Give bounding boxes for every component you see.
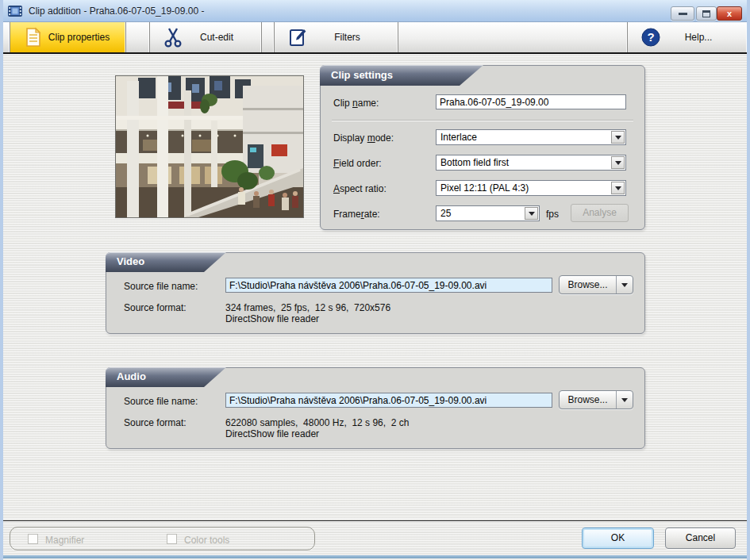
analyse-button[interactable]: Analyse <box>571 204 629 222</box>
video-source-format-value: 324 frames, 25 fps, 12 s 96, 720x576 <box>225 302 390 313</box>
main-area: Clip settings Clip name: Display mode: I… <box>3 54 747 520</box>
toolbar-spacer <box>126 22 150 52</box>
clip-preview-frame <box>115 75 304 218</box>
toolbar-spacer <box>398 22 628 52</box>
clip-settings-panel: Clip settings Clip name: Display mode: I… <box>320 65 645 230</box>
tab-label: Cut-edit <box>183 32 261 43</box>
video-source-reader-value: DirectShow file reader <box>225 313 319 324</box>
color-tools-label: Color tools <box>184 535 229 546</box>
field-order-label: Field order: <box>333 158 382 169</box>
tab-help[interactable]: ? Help... <box>628 22 747 52</box>
audio-browse-button[interactable]: Browse... <box>559 390 633 409</box>
video-source-format-label: Source format: <box>124 302 187 313</box>
close-button[interactable]: x <box>717 6 742 21</box>
chevron-down-icon[interactable] <box>616 276 633 293</box>
view-tools-group: Magnifier Color tools <box>10 527 315 550</box>
minimize-button[interactable] <box>671 6 694 21</box>
film-clip-icon <box>7 4 23 18</box>
clip-preview-image <box>116 76 303 217</box>
color-tools-checkbox[interactable] <box>167 534 177 544</box>
tab-label: Filters <box>308 32 398 43</box>
field-order-select[interactable]: Bottom field first <box>436 155 626 171</box>
titlebar: Clip addition - Praha.06-07-05_19-09.00 … <box>3 0 747 22</box>
audio-panel: Audio Source file name: Browse... Source… <box>106 367 645 449</box>
chevron-down-icon[interactable] <box>611 182 625 194</box>
video-panel: Video Source file name: Browse... Source… <box>106 252 645 334</box>
chevron-down-icon[interactable] <box>611 156 625 169</box>
clip-settings-header: Clip settings <box>320 65 483 86</box>
video-browse-button[interactable]: Browse... <box>559 275 633 294</box>
toolbar: Clip properties Cut-edit Filters <box>3 22 747 54</box>
close-icon: x <box>727 9 732 18</box>
toolbar-spacer <box>262 22 275 52</box>
field-order-value: Bottom field first <box>440 157 509 168</box>
aspect-ratio-value: Pixel 12:11 (PAL 4:3) <box>440 182 529 194</box>
video-source-file-input[interactable] <box>225 278 552 293</box>
tab-clip-properties[interactable]: Clip properties <box>10 22 126 52</box>
chevron-down-icon[interactable] <box>616 391 633 408</box>
audio-source-reader-value: DirectShow file reader <box>225 428 319 439</box>
minimize-icon <box>679 13 687 15</box>
question-icon: ? <box>640 26 661 48</box>
framerate-unit-label: fps <box>546 209 559 220</box>
browse-button-label[interactable]: Browse... <box>560 391 616 408</box>
display-mode-select[interactable]: Interlace <box>436 129 626 145</box>
maximize-icon <box>702 10 710 17</box>
audio-source-file-input[interactable] <box>225 393 552 408</box>
audio-source-format-label: Source format: <box>124 417 187 428</box>
tab-label: Clip properties <box>44 32 125 43</box>
ok-button[interactable]: OK <box>582 527 654 549</box>
video-panel-header: Video <box>106 252 226 272</box>
tab-filters[interactable]: Filters <box>275 22 398 52</box>
display-mode-value: Interlace <box>440 132 477 143</box>
window-bottom-edge <box>3 555 747 558</box>
footer-bar: Magnifier Color tools OK Cancel <box>3 521 747 555</box>
maximize-button[interactable] <box>696 6 717 21</box>
clip-name-input[interactable] <box>436 94 626 109</box>
document-icon <box>23 26 44 48</box>
audio-panel-header: Audio <box>106 367 226 387</box>
divider <box>332 120 633 121</box>
window-title: Clip addition - Praha.06-07-05_19-09.00 … <box>29 6 204 17</box>
chevron-down-icon[interactable] <box>611 131 625 144</box>
clip-name-label: Clip name: <box>333 98 379 109</box>
aspect-ratio-label: Aspect ratio: <box>333 183 387 194</box>
tab-cut-edit[interactable]: Cut-edit <box>150 22 262 52</box>
svg-text:?: ? <box>647 30 654 44</box>
display-mode-label: Display mode: <box>333 132 394 144</box>
browse-button-label[interactable]: Browse... <box>560 276 616 293</box>
framerate-select[interactable]: 25 <box>436 205 540 221</box>
clip-addition-dialog: Clip addition - Praha.06-07-05_19-09.00 … <box>0 0 750 560</box>
video-source-file-label: Source file name: <box>124 281 198 292</box>
framerate-label: Framerate: <box>333 209 380 220</box>
audio-source-format-value: 622080 samples, 48000 Hz, 12 s 96, 2 ch <box>225 417 409 428</box>
audio-source-file-label: Source file name: <box>124 396 198 407</box>
aspect-ratio-select[interactable]: Pixel 12:11 (PAL 4:3) <box>436 180 626 196</box>
cancel-button[interactable]: Cancel <box>665 527 736 549</box>
framerate-value: 25 <box>440 208 451 219</box>
magnifier-checkbox[interactable] <box>28 534 38 544</box>
tab-label: Help... <box>661 32 747 43</box>
magnifier-label: Magnifier <box>45 535 84 546</box>
edit-document-icon <box>287 26 308 48</box>
chevron-down-icon[interactable] <box>525 207 538 220</box>
scissors-icon <box>163 26 183 48</box>
toolbar-spacer <box>3 22 10 52</box>
